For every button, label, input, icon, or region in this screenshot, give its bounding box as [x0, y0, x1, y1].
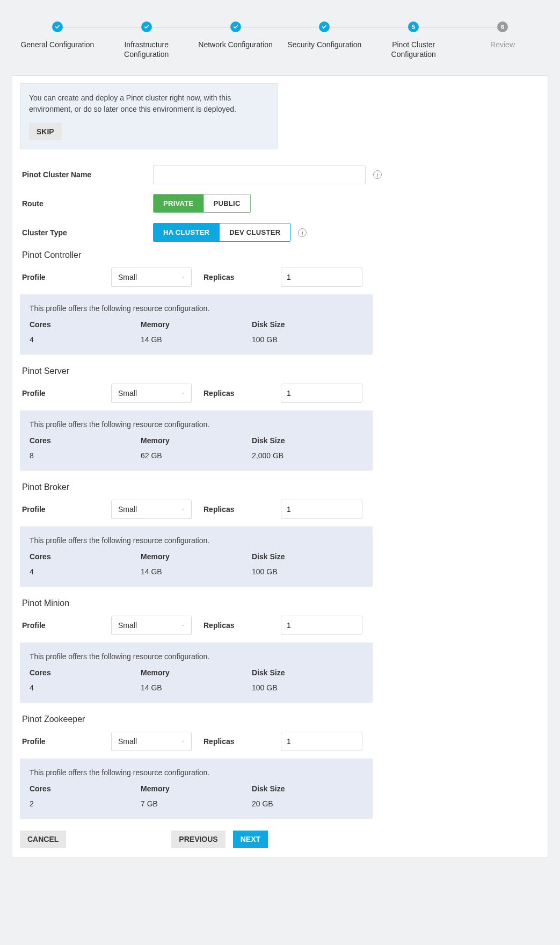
disk-value: 2,000 GB — [252, 451, 363, 460]
section-title: Pinot Controller — [22, 250, 540, 260]
replicas-label: Replicas — [192, 273, 281, 282]
cores-label: Cores — [30, 320, 141, 329]
section-title: Pinot Minion — [22, 598, 540, 608]
profile-select[interactable]: Small — [111, 268, 192, 287]
replicas-input[interactable] — [281, 384, 362, 403]
memory-label: Memory — [141, 320, 252, 329]
replicas-input[interactable] — [281, 268, 362, 287]
disk-label: Disk Size — [252, 668, 363, 677]
section-title: Pinot Zookeeper — [22, 715, 540, 724]
section-pinot-zookeeper: Pinot ZookeeperProfileSmallReplicasThis … — [20, 715, 540, 819]
resource-desc: This profile offers the following resour… — [30, 768, 363, 777]
route-private-button[interactable]: PRIVATE — [154, 194, 203, 212]
section-title: Pinot Server — [22, 366, 540, 376]
profile-select[interactable]: Small — [111, 500, 192, 519]
profile-row: ProfileSmallReplicas — [20, 732, 540, 751]
cores-label: Cores — [30, 552, 141, 561]
cores-value: 4 — [30, 567, 141, 576]
profile-label: Profile — [20, 621, 111, 630]
route-label: Route — [20, 199, 153, 208]
resource-desc: This profile offers the following resour… — [30, 652, 363, 661]
resource-box: This profile offers the following resour… — [20, 759, 373, 819]
profile-label: Profile — [20, 505, 111, 514]
replicas-input[interactable] — [281, 500, 362, 519]
profile-value: Small — [112, 500, 191, 518]
route-row: Route PRIVATE PUBLIC — [20, 192, 540, 215]
profile-row: ProfileSmallReplicas — [20, 500, 540, 519]
info-icon[interactable]: i — [373, 170, 382, 179]
memory-label: Memory — [141, 436, 252, 445]
cores-value: 4 — [30, 683, 141, 692]
check-icon — [52, 21, 63, 32]
chevron-down-icon — [180, 623, 186, 628]
cluster-name-label: Pinot Cluster Name — [20, 170, 153, 179]
section-pinot-controller: Pinot ControllerProfileSmallReplicasThis… — [20, 250, 540, 355]
replicas-label: Replicas — [192, 621, 281, 630]
step-3[interactable]: Network Configuration — [191, 21, 280, 49]
step-number-icon: 6 — [497, 21, 508, 32]
route-public-button[interactable]: PUBLIC — [203, 194, 250, 212]
chevron-down-icon — [180, 391, 186, 396]
memory-label: Memory — [141, 784, 252, 793]
cluster-type-toggle: HA CLUSTER DEV CLUSTER — [153, 223, 290, 242]
disk-value: 100 GB — [252, 683, 363, 692]
profile-label: Profile — [20, 389, 111, 398]
step-number-icon: 5 — [408, 21, 419, 32]
step-label: General Configuration — [20, 40, 94, 49]
resource-desc: This profile offers the following resour… — [30, 536, 363, 545]
next-button[interactable]: NEXT — [233, 831, 268, 848]
chevron-down-icon — [180, 275, 186, 280]
cancel-button[interactable]: CANCEL — [20, 831, 66, 848]
memory-value: 62 GB — [141, 451, 252, 460]
section-pinot-minion: Pinot MinionProfileSmallReplicasThis pro… — [20, 598, 540, 703]
replicas-input[interactable] — [281, 616, 362, 635]
ha-cluster-button[interactable]: HA CLUSTER — [154, 223, 219, 241]
step-4[interactable]: Security Configuration — [280, 21, 369, 49]
profile-label: Profile — [20, 273, 111, 282]
profile-select[interactable]: Small — [111, 732, 192, 751]
cluster-name-input[interactable] — [153, 165, 366, 184]
chevron-down-icon — [180, 507, 186, 512]
replicas-input[interactable] — [281, 732, 362, 751]
section-pinot-broker: Pinot BrokerProfileSmallReplicasThis pro… — [20, 482, 540, 587]
profile-value: Small — [112, 384, 191, 402]
chevron-down-icon — [180, 739, 186, 744]
previous-button[interactable]: PREVIOUS — [171, 831, 225, 848]
skip-info-box: You can create and deploy a Pinot cluste… — [20, 83, 278, 149]
disk-label: Disk Size — [252, 784, 363, 793]
step-label: Network Configuration — [198, 40, 273, 49]
resource-box: This profile offers the following resour… — [20, 526, 373, 587]
profile-label: Profile — [20, 737, 111, 746]
resource-box: This profile offers the following resour… — [20, 410, 373, 471]
cores-label: Cores — [30, 668, 141, 677]
step-1[interactable]: General Configuration — [13, 21, 102, 49]
cores-value: 4 — [30, 335, 141, 344]
profile-value: Small — [112, 732, 191, 751]
cluster-type-row: Cluster Type HA CLUSTER DEV CLUSTER i — [20, 221, 540, 244]
disk-label: Disk Size — [252, 436, 363, 445]
section-pinot-server: Pinot ServerProfileSmallReplicasThis pro… — [20, 366, 540, 471]
route-toggle: PRIVATE PUBLIC — [153, 194, 251, 213]
skip-button[interactable]: SKIP — [29, 123, 62, 140]
check-icon — [141, 21, 152, 32]
memory-value: 14 GB — [141, 335, 252, 344]
step-label: Security Configuration — [288, 40, 362, 49]
profile-select[interactable]: Small — [111, 384, 192, 403]
profile-select[interactable]: Small — [111, 616, 192, 635]
section-title: Pinot Broker — [22, 482, 540, 492]
disk-label: Disk Size — [252, 320, 363, 329]
info-icon[interactable]: i — [298, 228, 307, 237]
cores-label: Cores — [30, 436, 141, 445]
disk-value: 100 GB — [252, 335, 363, 344]
replicas-label: Replicas — [192, 389, 281, 398]
step-label: Infrastructure Configuration — [109, 40, 184, 59]
wizard-footer: CANCEL PREVIOUS NEXT — [20, 831, 540, 848]
wizard-stepper: General ConfigurationInfrastructure Conf… — [0, 0, 560, 59]
skip-info-text: You can create and deploy a Pinot cluste… — [29, 92, 268, 114]
profile-value: Small — [112, 268, 191, 286]
memory-label: Memory — [141, 668, 252, 677]
memory-value: 7 GB — [141, 799, 252, 808]
replicas-label: Replicas — [192, 737, 281, 746]
dev-cluster-button[interactable]: DEV CLUSTER — [219, 223, 290, 241]
cores-label: Cores — [30, 784, 141, 793]
